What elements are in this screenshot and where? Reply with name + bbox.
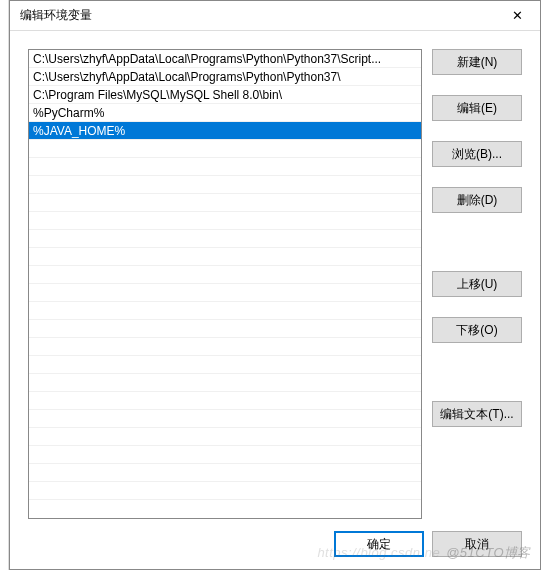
- move-up-button[interactable]: 上移(U): [432, 271, 522, 297]
- list-item[interactable]: [29, 194, 421, 212]
- list-item[interactable]: [29, 374, 421, 392]
- list-item[interactable]: %JAVA_HOME%: [29, 122, 421, 140]
- delete-button-label: 删除(D): [457, 192, 498, 209]
- list-item[interactable]: [29, 356, 421, 374]
- edit-button[interactable]: 编辑(E): [432, 95, 522, 121]
- list-item[interactable]: [29, 410, 421, 428]
- new-button[interactable]: 新建(N): [432, 49, 522, 75]
- list-item[interactable]: [29, 302, 421, 320]
- list-item[interactable]: %PyCharm%: [29, 104, 421, 122]
- list-item[interactable]: C:\Users\zhyf\AppData\Local\Programs\Pyt…: [29, 50, 421, 68]
- path-listbox[interactable]: C:\Users\zhyf\AppData\Local\Programs\Pyt…: [28, 49, 422, 519]
- edit-env-var-dialog: 编辑环境变量 ✕ C:\Users\zhyf\AppData\Local\Pro…: [9, 0, 541, 570]
- list-item[interactable]: [29, 482, 421, 500]
- background-strip: [0, 0, 9, 570]
- move-down-button-label: 下移(O): [456, 322, 497, 339]
- list-item[interactable]: [29, 464, 421, 482]
- edit-text-button-label: 编辑文本(T)...: [440, 406, 513, 423]
- list-item[interactable]: [29, 176, 421, 194]
- edit-text-button[interactable]: 编辑文本(T)...: [432, 401, 522, 427]
- ok-button-label: 确定: [367, 536, 391, 553]
- dialog-content: C:\Users\zhyf\AppData\Local\Programs\Pyt…: [10, 31, 540, 569]
- list-item[interactable]: [29, 428, 421, 446]
- ok-button[interactable]: 确定: [334, 531, 424, 557]
- move-down-button[interactable]: 下移(O): [432, 317, 522, 343]
- list-item[interactable]: [29, 392, 421, 410]
- dialog-title: 编辑环境变量: [20, 7, 92, 24]
- list-item[interactable]: [29, 338, 421, 356]
- main-row: C:\Users\zhyf\AppData\Local\Programs\Pyt…: [28, 49, 522, 519]
- list-item[interactable]: [29, 230, 421, 248]
- new-button-label: 新建(N): [457, 54, 498, 71]
- close-icon: ✕: [512, 8, 523, 23]
- cancel-button[interactable]: 取消: [432, 531, 522, 557]
- close-button[interactable]: ✕: [495, 1, 540, 31]
- browse-button[interactable]: 浏览(B)...: [432, 141, 522, 167]
- list-item[interactable]: [29, 140, 421, 158]
- list-item[interactable]: [29, 266, 421, 284]
- list-item[interactable]: [29, 158, 421, 176]
- titlebar: 编辑环境变量 ✕: [10, 1, 540, 31]
- list-item[interactable]: [29, 446, 421, 464]
- move-up-button-label: 上移(U): [457, 276, 498, 293]
- list-item[interactable]: [29, 284, 421, 302]
- list-item[interactable]: C:\Program Files\MySQL\MySQL Shell 8.0\b…: [29, 86, 421, 104]
- browse-button-label: 浏览(B)...: [452, 146, 502, 163]
- list-item[interactable]: [29, 320, 421, 338]
- list-item[interactable]: C:\Users\zhyf\AppData\Local\Programs\Pyt…: [29, 68, 421, 86]
- list-item[interactable]: [29, 248, 421, 266]
- cancel-button-label: 取消: [465, 536, 489, 553]
- edit-button-label: 编辑(E): [457, 100, 497, 117]
- button-column: 新建(N) 编辑(E) 浏览(B)... 删除(D) 上移(U) 下移(O) 编…: [432, 49, 522, 519]
- delete-button[interactable]: 删除(D): [432, 187, 522, 213]
- list-item[interactable]: [29, 212, 421, 230]
- dialog-footer: 确定 取消: [28, 519, 522, 557]
